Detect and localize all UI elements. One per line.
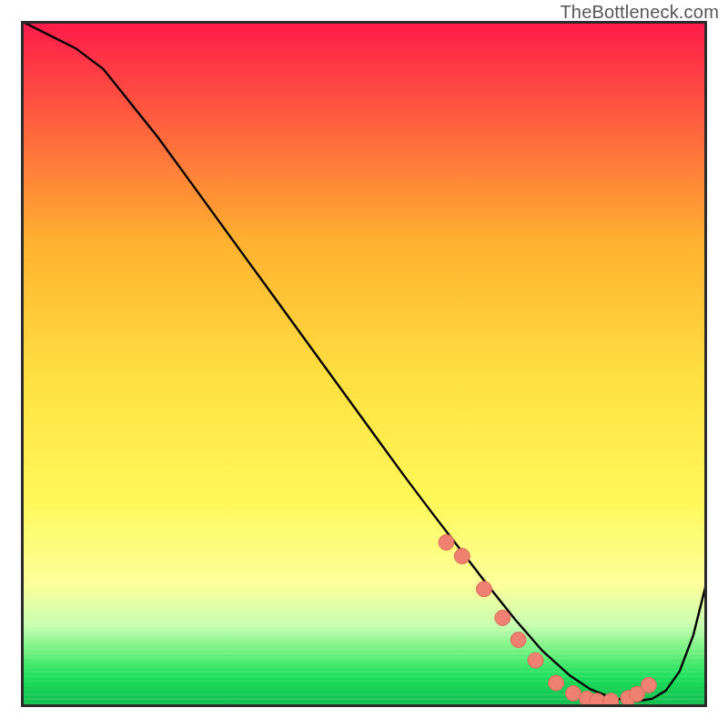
curve-marker — [439, 535, 454, 551]
gradient-background — [21, 21, 707, 707]
green-band — [21, 662, 707, 664]
green-band — [21, 625, 707, 628]
green-band — [21, 689, 707, 692]
curve-marker — [511, 632, 526, 648]
green-band — [21, 680, 707, 682]
attribution-text: TheBottleneck.com — [560, 2, 719, 23]
green-band — [21, 671, 707, 673]
green-band — [21, 643, 707, 646]
green-band — [21, 634, 707, 637]
plot-svg — [21, 21, 707, 707]
green-band — [21, 639, 707, 642]
curve-marker — [476, 581, 491, 597]
green-band — [21, 657, 707, 660]
green-band — [21, 648, 707, 651]
curve-marker — [565, 685, 581, 701]
curve-marker — [528, 652, 543, 668]
curve-marker — [549, 675, 564, 691]
green-band — [21, 630, 707, 632]
curve-marker — [641, 677, 656, 693]
chart-frame: TheBottleneck.com — [0, 0, 728, 728]
green-band — [21, 675, 707, 678]
plot-area — [21, 21, 707, 707]
curve-marker — [495, 610, 511, 625]
green-band — [21, 684, 707, 687]
green-band — [21, 666, 707, 669]
green-band — [21, 652, 707, 655]
curve-marker — [454, 549, 470, 564]
